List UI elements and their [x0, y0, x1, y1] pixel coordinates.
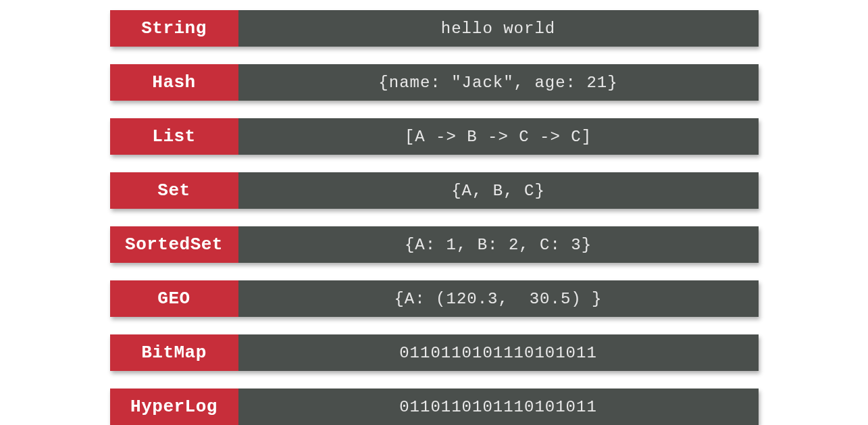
label-list: List — [110, 118, 238, 155]
row-geo: GEO {A: (120.3, 30.5) } — [110, 280, 759, 317]
data-types-container: String hello world Hash {name: "Jack", a… — [110, 10, 759, 425]
value-bitmap: 0110110101110101011 — [238, 334, 759, 371]
value-list: [A -> B -> C -> C] — [238, 118, 759, 155]
label-bitmap: BitMap — [110, 334, 238, 371]
row-sortedset: SortedSet {A: 1, B: 2, C: 3} — [110, 226, 759, 263]
row-hyperlog: HyperLog 0110110101110101011 — [110, 389, 759, 425]
value-set: {A, B, C} — [238, 172, 759, 209]
label-geo: GEO — [110, 280, 238, 317]
label-hyperlog: HyperLog — [110, 389, 238, 425]
row-hash: Hash {name: "Jack", age: 21} — [110, 64, 759, 101]
value-string: hello world — [238, 10, 759, 47]
label-hash: Hash — [110, 64, 238, 101]
row-list: List [A -> B -> C -> C] — [110, 118, 759, 155]
label-set: Set — [110, 172, 238, 209]
row-set: Set {A, B, C} — [110, 172, 759, 209]
value-sortedset: {A: 1, B: 2, C: 3} — [238, 226, 759, 263]
label-sortedset: SortedSet — [110, 226, 238, 263]
value-hash: {name: "Jack", age: 21} — [238, 64, 759, 101]
value-hyperlog: 0110110101110101011 — [238, 389, 759, 425]
value-geo: {A: (120.3, 30.5) } — [238, 280, 759, 317]
label-string: String — [110, 10, 238, 47]
row-bitmap: BitMap 0110110101110101011 — [110, 334, 759, 371]
row-string: String hello world — [110, 10, 759, 47]
